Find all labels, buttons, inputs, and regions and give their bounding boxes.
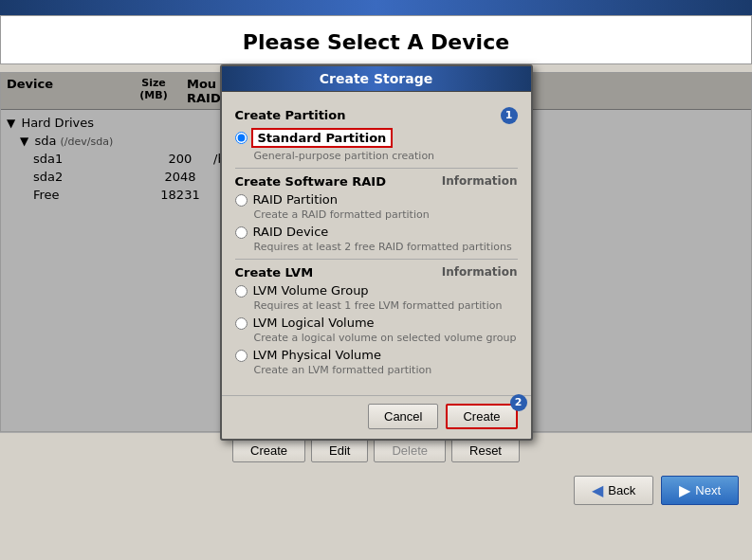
reset-toolbar-button[interactable]: Reset bbox=[451, 439, 520, 462]
lvm-logical-volume-label: LVM Logical Volume bbox=[253, 316, 375, 330]
standard-partition-desc: General-purpose partition creation bbox=[254, 150, 518, 162]
modal-body: Create Partition 1 Standard Partition Ge… bbox=[222, 92, 531, 389]
back-button[interactable]: ◀ Back bbox=[574, 476, 653, 505]
lvm-physical-volume-desc: Create an LVM formatted partition bbox=[254, 364, 518, 376]
lvm-physical-volume-option[interactable]: LVM Physical Volume bbox=[235, 348, 518, 362]
back-arrow-icon: ◀ bbox=[592, 481, 603, 499]
lvm-logical-volume-desc: Create a logical volume on selected volu… bbox=[254, 332, 518, 344]
modal-overlay: Create Storage Create Partition 1 Standa… bbox=[1, 73, 751, 431]
nav-footer: ◀ Back ▶ Next bbox=[0, 468, 752, 513]
raid-partition-desc: Create a RAID formatted partition bbox=[254, 208, 518, 221]
raid-device-label: RAID Device bbox=[253, 225, 329, 239]
next-button[interactable]: ▶ Next bbox=[661, 476, 739, 505]
create-partition-badge: 1 bbox=[501, 107, 518, 124]
create-storage-dialog: Create Storage Create Partition 1 Standa… bbox=[220, 64, 533, 441]
raid-partition-radio[interactable] bbox=[235, 194, 248, 207]
modal-footer: Cancel Create 2 bbox=[222, 395, 531, 439]
standard-partition-label: Standard Partition bbox=[251, 128, 394, 148]
lvm-logical-volume-radio[interactable] bbox=[235, 317, 248, 330]
device-table-area: Device Size(MB) MouRAID ▼ Hard Drives ▼ … bbox=[0, 72, 752, 432]
create-button-badge: 2 bbox=[510, 394, 527, 411]
raid-device-desc: Requires at least 2 free RAID formatted … bbox=[254, 241, 518, 253]
delete-toolbar-button[interactable]: Delete bbox=[374, 439, 446, 462]
lvm-volume-group-radio[interactable] bbox=[235, 285, 248, 298]
lvm-volume-group-label: LVM Volume Group bbox=[253, 283, 369, 298]
create-toolbar-button[interactable]: Create bbox=[232, 439, 305, 462]
raid-partition-label: RAID Partition bbox=[253, 192, 339, 207]
modal-titlebar: Create Storage bbox=[222, 66, 531, 92]
raid-device-option[interactable]: RAID Device bbox=[235, 225, 518, 239]
page-title: Please Select A Device bbox=[0, 15, 752, 64]
create-button[interactable]: Create bbox=[446, 404, 517, 429]
section-create-raid-header: Create Software RAID Information bbox=[235, 174, 518, 189]
standard-partition-option[interactable]: Standard Partition bbox=[235, 128, 518, 148]
section-create-partition-header: Create Partition 1 bbox=[235, 107, 518, 124]
next-label: Next bbox=[695, 483, 721, 497]
raid-device-radio[interactable] bbox=[235, 226, 248, 239]
lvm-volume-group-option[interactable]: LVM Volume Group bbox=[235, 283, 518, 298]
cancel-button[interactable]: Cancel bbox=[368, 404, 438, 429]
raid-partition-option[interactable]: RAID Partition bbox=[235, 192, 518, 207]
top-bar bbox=[0, 0, 752, 15]
next-arrow-icon: ▶ bbox=[679, 481, 690, 499]
lvm-volume-group-desc: Requires at least 1 free LVM formatted p… bbox=[254, 299, 518, 312]
section-create-lvm-header: Create LVM Information bbox=[235, 265, 518, 280]
standard-partition-radio[interactable] bbox=[235, 132, 248, 144]
back-label: Back bbox=[608, 483, 635, 497]
lvm-physical-volume-label: LVM Physical Volume bbox=[253, 348, 381, 362]
lvm-physical-volume-radio[interactable] bbox=[235, 350, 248, 362]
lvm-logical-volume-option[interactable]: LVM Logical Volume bbox=[235, 316, 518, 330]
edit-toolbar-button[interactable]: Edit bbox=[311, 439, 368, 462]
create-button-wrapper: Create 2 bbox=[446, 404, 517, 429]
